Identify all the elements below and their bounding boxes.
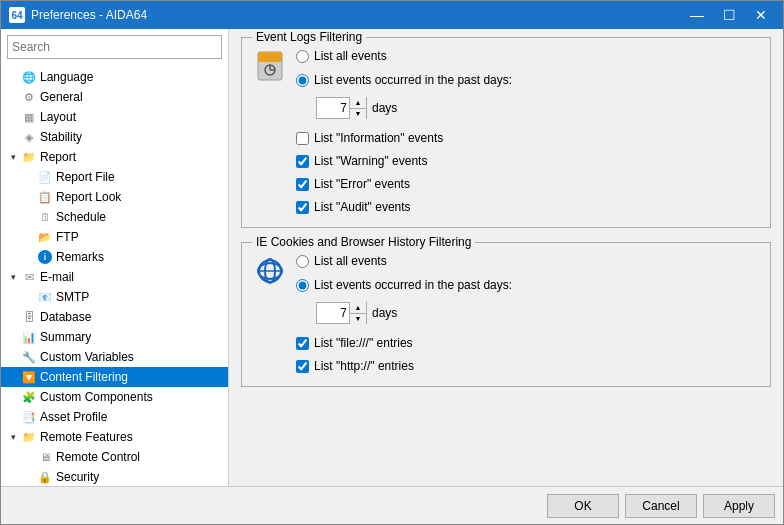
ie-cookies-section: IE Cookies and Browser History Filtering bbox=[241, 242, 771, 387]
ie-cookies-checkboxes: List "file:///" entries List "http://" e… bbox=[296, 333, 758, 376]
cancel-button[interactable]: Cancel bbox=[625, 494, 697, 518]
ie-cookies-spinner-up[interactable]: ▲ bbox=[350, 302, 366, 313]
tree-item-custom-components[interactable]: 🧩 Custom Components bbox=[1, 387, 228, 407]
tree-item-ftp[interactable]: 📂 FTP bbox=[1, 227, 228, 247]
app-icon: 64 bbox=[9, 7, 25, 23]
tree-item-custom-variables[interactable]: 🔧 Custom Variables bbox=[1, 347, 228, 367]
tree-label-report-file: Report File bbox=[56, 170, 115, 184]
event-logs-check-error[interactable] bbox=[296, 178, 309, 191]
tree-label-content-filtering: Content Filtering bbox=[40, 370, 128, 384]
tree-expand-email[interactable]: ▾ bbox=[5, 272, 21, 282]
apply-button[interactable]: Apply bbox=[703, 494, 775, 518]
report-look-icon: 📋 bbox=[37, 189, 53, 205]
event-logs-check-warning[interactable] bbox=[296, 155, 309, 168]
event-logs-spinner-up[interactable]: ▲ bbox=[350, 97, 366, 108]
event-logs-spinner-down[interactable]: ▼ bbox=[350, 108, 366, 120]
event-logs-title: Event Logs Filtering bbox=[252, 30, 366, 44]
tree-item-report[interactable]: ▾ 📁 Report bbox=[1, 147, 228, 167]
event-logs-radio1-label: List all events bbox=[314, 49, 387, 63]
search-input[interactable] bbox=[12, 40, 217, 54]
ie-cookies-fields: List all events List events occurred in … bbox=[296, 251, 758, 376]
tree-label-summary: Summary bbox=[40, 330, 91, 344]
search-box[interactable] bbox=[7, 35, 222, 59]
database-icon: 🗄 bbox=[21, 309, 37, 325]
stability-icon: ◈ bbox=[21, 129, 37, 145]
tree-label-database: Database bbox=[40, 310, 91, 324]
event-logs-check4-row: List "Audit" events bbox=[296, 197, 758, 217]
event-logs-spinner-row: 7 ▲ ▼ days bbox=[316, 97, 758, 119]
event-logs-check-audit[interactable] bbox=[296, 201, 309, 214]
tree-item-schedule[interactable]: 🗓 Schedule bbox=[1, 207, 228, 227]
ie-cookies-spinner-btns: ▲ ▼ bbox=[349, 302, 366, 324]
event-logs-spinner-input[interactable]: 7 bbox=[317, 98, 349, 118]
event-logs-check2-row: List "Warning" events bbox=[296, 151, 758, 171]
tree-item-language[interactable]: 🌐 Language bbox=[1, 67, 228, 87]
event-logs-radio-all[interactable] bbox=[296, 50, 309, 63]
right-panel: Event Logs Filtering bbox=[229, 29, 783, 486]
ok-button[interactable]: OK bbox=[547, 494, 619, 518]
event-logs-check4-label: List "Audit" events bbox=[314, 200, 411, 214]
tree-expand-report[interactable]: ▾ bbox=[5, 152, 21, 162]
tree-item-remote-control[interactable]: 🖥 Remote Control bbox=[1, 447, 228, 467]
minimize-button[interactable]: — bbox=[683, 1, 711, 29]
ie-cookies-radio-all[interactable] bbox=[296, 255, 309, 268]
titlebar: 64 Preferences - AIDA64 — ☐ ✕ bbox=[1, 1, 783, 29]
ie-cookies-radio2-label: List events occurred in the past days: bbox=[314, 278, 512, 292]
tree-label-layout: Layout bbox=[40, 110, 76, 124]
tree-item-email[interactable]: ▾ ✉ E-mail bbox=[1, 267, 228, 287]
event-logs-radio-past[interactable] bbox=[296, 74, 309, 87]
event-logs-fields: List all events List events occurred in … bbox=[296, 46, 758, 217]
tree-label-ftp: FTP bbox=[56, 230, 79, 244]
tree-item-summary[interactable]: 📊 Summary bbox=[1, 327, 228, 347]
ie-cookies-radio2-row: List events occurred in the past days: bbox=[296, 275, 758, 295]
ie-cookies-radio-past[interactable] bbox=[296, 279, 309, 292]
event-logs-check2-label: List "Warning" events bbox=[314, 154, 427, 168]
ie-cookies-check-http[interactable] bbox=[296, 360, 309, 373]
event-logs-spinner[interactable]: 7 ▲ ▼ bbox=[316, 97, 367, 119]
tree-item-smtp[interactable]: 📧 SMTP bbox=[1, 287, 228, 307]
tree-item-asset-profile[interactable]: 📑 Asset Profile bbox=[1, 407, 228, 427]
event-logs-spinner-btns: ▲ ▼ bbox=[349, 97, 366, 119]
tree-item-report-look[interactable]: 📋 Report Look bbox=[1, 187, 228, 207]
tree-label-schedule: Schedule bbox=[56, 210, 106, 224]
ie-cookies-days-label: days bbox=[372, 306, 397, 320]
ie-cookies-check2-label: List "http://" entries bbox=[314, 359, 414, 373]
event-logs-icon-area bbox=[254, 46, 286, 217]
ie-cookies-check1-label: List "file:///" entries bbox=[314, 336, 413, 350]
tree-item-content-filtering[interactable]: 🔽 Content Filtering bbox=[1, 367, 228, 387]
tree-item-remote-features[interactable]: ▾ 📁 Remote Features bbox=[1, 427, 228, 447]
tree-item-layout[interactable]: ▦ Layout bbox=[1, 107, 228, 127]
event-logs-check1-row: List "Information" events bbox=[296, 128, 758, 148]
tree-item-database[interactable]: 🗄 Database bbox=[1, 307, 228, 327]
maximize-button[interactable]: ☐ bbox=[715, 1, 743, 29]
report-file-icon: 📄 bbox=[37, 169, 53, 185]
tree-label-general: General bbox=[40, 90, 83, 104]
security-icon: 🔒 bbox=[37, 469, 53, 485]
ie-cookies-radio-group: List all events List events occurred in … bbox=[296, 251, 758, 327]
tree-expand-remote-features[interactable]: ▾ bbox=[5, 432, 21, 442]
tree-item-stability[interactable]: ◈ Stability bbox=[1, 127, 228, 147]
event-logs-check3-row: List "Error" events bbox=[296, 174, 758, 194]
ie-cookies-check-file[interactable] bbox=[296, 337, 309, 350]
event-logs-radio2-label: List events occurred in the past days: bbox=[314, 73, 512, 87]
event-logs-check-information[interactable] bbox=[296, 132, 309, 145]
ie-cookies-spinner-row: 7 ▲ ▼ days bbox=[316, 302, 758, 324]
tree-label-smtp: SMTP bbox=[56, 290, 89, 304]
tree-label-language: Language bbox=[40, 70, 93, 84]
tree-item-security[interactable]: 🔒 Security bbox=[1, 467, 228, 486]
ie-cookies-spinner-down[interactable]: ▼ bbox=[350, 313, 366, 325]
window-title: Preferences - AIDA64 bbox=[31, 8, 683, 22]
tree-item-remarks[interactable]: i Remarks bbox=[1, 247, 228, 267]
tree-label-stability: Stability bbox=[40, 130, 82, 144]
filter-icon: 🔽 bbox=[21, 369, 37, 385]
tree-label-report-look: Report Look bbox=[56, 190, 121, 204]
close-button[interactable]: ✕ bbox=[747, 1, 775, 29]
tree-label-email: E-mail bbox=[40, 270, 74, 284]
event-logs-check1-label: List "Information" events bbox=[314, 131, 443, 145]
ie-cookies-spinner[interactable]: 7 ▲ ▼ bbox=[316, 302, 367, 324]
ie-cookies-spinner-input[interactable]: 7 bbox=[317, 303, 349, 323]
tree-item-report-file[interactable]: 📄 Report File bbox=[1, 167, 228, 187]
tree-item-general[interactable]: ⚙ General bbox=[1, 87, 228, 107]
ie-cookies-radio1-label: List all events bbox=[314, 254, 387, 268]
tree-label-remote-features: Remote Features bbox=[40, 430, 133, 444]
